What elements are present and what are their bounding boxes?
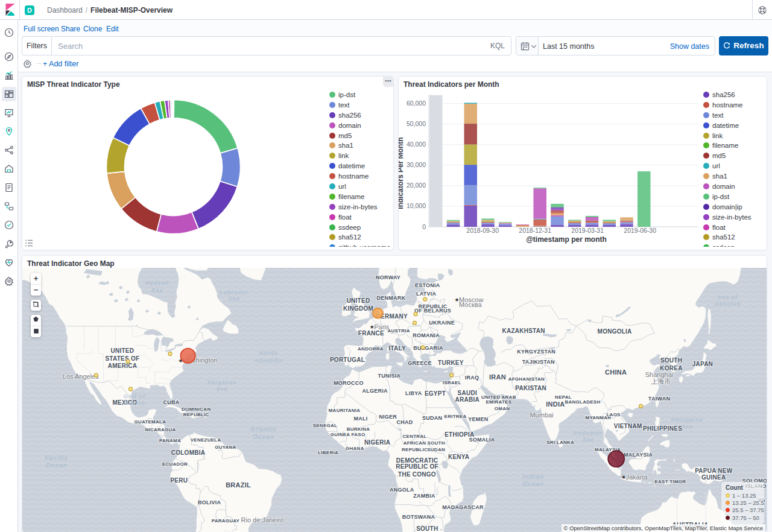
svg-text:Bay: Bay (151, 287, 163, 293)
svg-text:Gulf of: Gulf of (124, 393, 145, 399)
svg-text:Sea of: Sea of (718, 294, 738, 300)
svg-text:UNITED: UNITED (111, 347, 134, 354)
svg-text:Andaman: Andaman (572, 430, 602, 436)
svg-text:COLOMBIA: COLOMBIA (171, 449, 205, 456)
svg-text:PERU: PERU (170, 477, 188, 484)
svg-text:20,000: 20,000 (407, 182, 426, 189)
svg-text:CHAD: CHAD (397, 419, 413, 425)
svg-text:Москва: Москва (459, 301, 482, 308)
svg-text:BRAZIL: BRAZIL (226, 481, 251, 489)
svg-text:UNITED: UNITED (347, 297, 370, 304)
svg-text:DENMARK: DENMARK (376, 295, 405, 301)
svg-text:BOTSWANA: BOTSWANA (402, 514, 435, 520)
svg-text:Mexico: Mexico (124, 400, 146, 406)
svg-text:Paris: Paris (374, 323, 390, 331)
svg-text:SUDAN: SUDAN (427, 447, 445, 452)
svg-text:BULGARIA: BULGARIA (413, 345, 443, 351)
svg-text:KENYA: KENYA (448, 454, 469, 460)
svg-text:MALAYSIA: MALAYSIA (624, 452, 653, 458)
svg-text:LIBERIA: LIBERIA (318, 450, 338, 455)
svg-text:SUDAN: SUDAN (422, 415, 442, 421)
svg-text:SOUTH: SOUTH (427, 440, 445, 446)
svg-text:GUINEA: GUINEA (701, 474, 726, 481)
svg-text:VENEZUELA: VENEZUELA (191, 437, 221, 443)
svg-text:BANGLADESH: BANGLADESH (565, 399, 601, 405)
svg-text:Ocean: Ocean (253, 434, 274, 440)
svg-text:TUNISIA: TUNISIA (378, 373, 401, 379)
svg-text:INDIA: INDIA (546, 401, 565, 408)
svg-text:PANAMA: PANAMA (159, 438, 181, 443)
svg-text:NIGER: NIGER (379, 414, 397, 420)
svg-text:GUINEA: GUINEA (331, 432, 350, 437)
svg-text:FASO: FASO (352, 432, 365, 437)
svg-text:REPUBLIC OF: REPUBLIC OF (396, 463, 438, 470)
svg-text:SOMALIA: SOMALIA (469, 437, 495, 443)
svg-text:ESTONIA: ESTONIA (415, 282, 440, 288)
svg-text:Pacific: Pacific (45, 455, 68, 461)
svg-text:EGYPT: EGYPT (425, 390, 446, 397)
svg-text:10,000: 10,000 (407, 202, 426, 209)
svg-text:SOUTH: SOUTH (416, 525, 438, 532)
svg-text:KYRGYZSTAN: KYRGYZSTAN (517, 349, 555, 355)
svg-text:REPUBLIC: REPUBLIC (183, 412, 209, 417)
svg-text:IRAQ: IRAQ (465, 375, 479, 381)
svg-text:Ocean: Ocean (522, 481, 544, 487)
svg-text:0: 0 (422, 223, 426, 230)
svg-text:UKRAINE: UKRAINE (429, 320, 455, 326)
svg-text:TAJIKISTAN: TAJIKISTAN (522, 359, 555, 365)
svg-text:ANGOLA: ANGOLA (390, 487, 414, 493)
svg-text:ECUADOR: ECUADOR (162, 461, 188, 467)
svg-text:上海市: 上海市 (651, 378, 671, 385)
svg-text:VIETNAM: VIETNAM (614, 423, 642, 429)
svg-text:30,000: 30,000 (407, 161, 426, 168)
svg-text:MALI: MALI (354, 416, 368, 422)
svg-text:Philippine: Philippine (671, 417, 703, 423)
svg-text:2018-12-31: 2018-12-31 (519, 227, 551, 234)
svg-text:ARABIA: ARABIA (455, 396, 479, 403)
svg-text:Atlantiko: Atlantiko (253, 358, 283, 364)
svg-text:MADAGASCAR: MADAGASCAR (442, 504, 484, 510)
svg-text:ERITREA: ERITREA (445, 414, 467, 419)
svg-text:TURKEY: TURKEY (438, 359, 464, 366)
svg-text:NICARAGUA: NICARAGUA (145, 427, 176, 432)
svg-text:@timestamp per month: @timestamp per month (526, 235, 607, 244)
svg-text:Sea: Sea (216, 386, 227, 392)
svg-text:LATVIA: LATVIA (416, 291, 437, 297)
svg-text:KAZAKHSTAN: KAZAKHSTAN (502, 328, 545, 334)
svg-text:Rio de Janeiro: Rio de Janeiro (241, 516, 284, 524)
svg-text:AFGHANISTAN: AFGHANISTAN (508, 376, 545, 382)
svg-text:GREECE: GREECE (408, 360, 432, 366)
svg-text:ALGERIA: ALGERIA (362, 388, 388, 394)
svg-text:CUBA: CUBA (163, 399, 180, 405)
svg-text:2018-09-30: 2018-09-30 (466, 227, 499, 234)
svg-text:SOUTH: SOUTH (660, 357, 682, 364)
svg-text:OF BELARUS: OF BELARUS (414, 308, 451, 314)
svg-text:PAPUA NEW: PAPUA NEW (695, 467, 733, 474)
svg-text:Indian: Indian (522, 473, 543, 480)
svg-text:GUYANA: GUYANA (215, 445, 236, 450)
svg-text:Hudson: Hudson (145, 280, 169, 286)
svg-text:ROMANIA: ROMANIA (413, 332, 440, 338)
svg-text:Sea: Sea (583, 437, 594, 443)
svg-text:Ocean: Ocean (46, 462, 68, 469)
svg-text:SRI LANKA: SRI LANKA (546, 440, 574, 445)
svg-text:SENEGAL: SENEGAL (313, 423, 337, 428)
svg-text:EMIRATES: EMIRATES (486, 399, 512, 405)
svg-text:STATES OF: STATES OF (105, 355, 139, 362)
svg-text:Labrador: Labrador (220, 290, 248, 296)
svg-text:NIGERIA: NIGERIA (364, 439, 390, 446)
svg-text:JAPAN: JAPAN (692, 361, 713, 367)
svg-text:LAOS: LAOS (606, 412, 621, 417)
svg-text:NEPAL: NEPAL (555, 394, 572, 400)
svg-text:TAIWAN: TAIWAN (648, 396, 670, 402)
svg-text:BOLIVIA: BOLIVIA (198, 499, 221, 505)
svg-text:KINGDOM: KINGDOM (343, 305, 373, 312)
svg-text:ISRAEL: ISRAEL (443, 380, 461, 385)
svg-text:GUATEMALA: GUATEMALA (134, 419, 166, 425)
svg-text:DOMINICAN: DOMINICAN (182, 407, 210, 412)
svg-text:Sea: Sea (228, 296, 239, 302)
svg-text:YEMEN: YEMEN (468, 416, 488, 422)
svg-text:AMERICA: AMERICA (108, 363, 137, 369)
svg-text:EAST TIMOR: EAST TIMOR (654, 479, 686, 484)
svg-text:NORWAY: NORWAY (376, 274, 400, 280)
